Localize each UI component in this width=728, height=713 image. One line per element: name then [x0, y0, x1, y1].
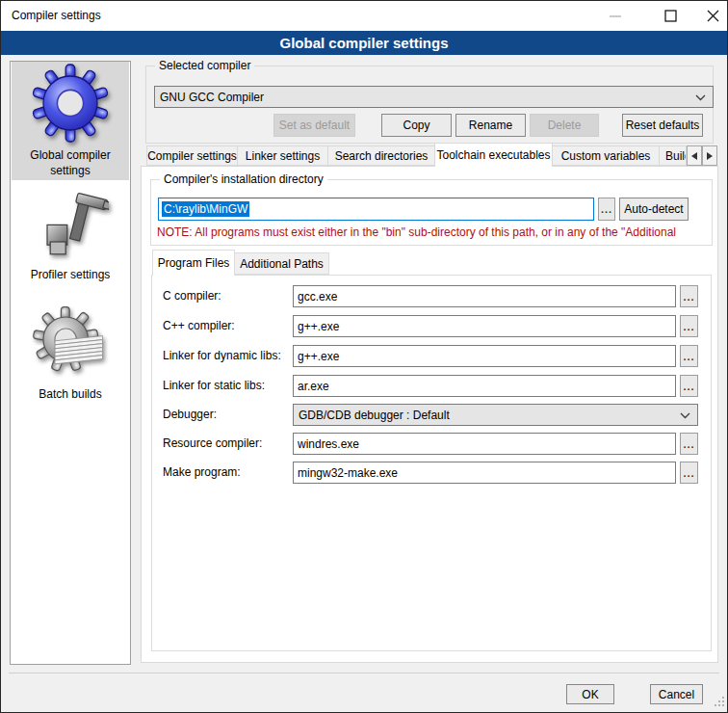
- debugger-select-value: GDB/CDB debugger : Default: [294, 409, 680, 422]
- field-label-static-linker: Linker for static libs:: [163, 379, 265, 392]
- static-linker-input[interactable]: [293, 375, 676, 397]
- tab-custom-variables[interactable]: Custom variables: [552, 145, 660, 166]
- titlebar[interactable]: Compiler settings: [1, 1, 727, 31]
- field-label-resource-compiler: Resource compiler:: [163, 436, 262, 450]
- note-text: NOTE: All programs must exist either in …: [157, 225, 712, 239]
- reset-defaults-button[interactable]: Reset defaults: [622, 114, 703, 137]
- tab-build[interactable]: Build: [659, 145, 687, 166]
- make-program-browse-button[interactable]: ...: [680, 462, 698, 484]
- c-compiler-input[interactable]: [293, 285, 676, 307]
- compiler-settings-dialog: Compiler settings Global compiler settin…: [0, 0, 728, 713]
- tab-linker-settings[interactable]: Linker settings: [237, 145, 328, 166]
- static-linker-browse-button[interactable]: ...: [680, 375, 698, 397]
- cpp-compiler-browse-button[interactable]: ...: [680, 315, 698, 337]
- field-label-dynamic-linker: Linker for dynamic libs:: [163, 349, 281, 362]
- page-title: Global compiler settings: [1, 31, 727, 55]
- subtab-additional-paths[interactable]: Additional Paths: [234, 252, 329, 275]
- field-label-debugger: Debugger:: [163, 408, 217, 421]
- dynamic-linker-input[interactable]: [293, 345, 676, 367]
- compiler-select-value: GNU GCC Compiler: [155, 91, 695, 104]
- gray-gear-stack-icon: [32, 304, 109, 383]
- resize-grip-icon[interactable]: [715, 696, 724, 709]
- sidebar-item-label: Global compiler settings: [12, 147, 129, 178]
- make-program-input[interactable]: [293, 462, 676, 484]
- maximize-icon: [664, 10, 677, 22]
- blue-gear-icon: [32, 64, 109, 143]
- close-button[interactable]: [690, 1, 728, 31]
- close-icon: [707, 10, 719, 22]
- tab-search-directories[interactable]: Search directories: [327, 145, 435, 166]
- minimize-icon: [610, 11, 621, 22]
- sidebar-item-label: Profiler settings: [12, 267, 129, 282]
- window-title: Compiler settings: [12, 1, 101, 31]
- installation-directory-value: C:\raylib\MinGW: [162, 201, 249, 217]
- sidebar-item-global-compiler-settings[interactable]: Global compiler settings: [12, 62, 129, 180]
- tab-toolchain-executables[interactable]: Toolchain executables: [434, 143, 553, 167]
- rename-button[interactable]: Rename: [455, 114, 526, 137]
- tab-scroll-right-button[interactable]: [702, 145, 717, 166]
- dynamic-linker-browse-button[interactable]: ...: [680, 345, 698, 367]
- delete-button[interactable]: Delete: [530, 114, 599, 137]
- tab-compiler-settings[interactable]: Compiler settings: [146, 145, 238, 166]
- field-label-make-program: Make program:: [163, 465, 241, 479]
- resource-compiler-input[interactable]: [293, 433, 676, 455]
- selected-compiler-group-label: Selected compiler: [155, 59, 254, 72]
- arrow-left-icon: [691, 152, 697, 160]
- tab-scroll-left-button[interactable]: [687, 145, 702, 166]
- sidebar-item-profiler-settings[interactable]: Profiler settings: [12, 185, 129, 285]
- sidebar-item-batch-builds[interactable]: Batch builds: [12, 303, 129, 403]
- maximize-button[interactable]: [648, 1, 692, 31]
- field-label-cpp-compiler: C++ compiler:: [163, 319, 235, 332]
- subtab-program-files[interactable]: Program Files: [152, 250, 235, 276]
- installation-directory-browse-button[interactable]: ...: [598, 198, 615, 221]
- ok-button[interactable]: OK: [566, 684, 614, 704]
- chevron-down-icon: [680, 409, 690, 422]
- resource-compiler-browse-button[interactable]: ...: [680, 433, 698, 455]
- chevron-down-icon: [695, 91, 706, 104]
- minimize-button[interactable]: [593, 1, 637, 31]
- cancel-button[interactable]: Cancel: [650, 684, 703, 704]
- arrow-right-icon: [707, 152, 713, 160]
- autodetect-button[interactable]: Auto-detect: [619, 198, 689, 221]
- c-compiler-browse-button[interactable]: ...: [680, 285, 698, 307]
- compiler-select[interactable]: GNU GCC Compiler: [154, 86, 714, 108]
- installation-directory-group-label: Compiler's installation directory: [160, 172, 327, 186]
- set-as-default-button[interactable]: Set as default: [273, 114, 355, 137]
- sidebar-item-label: Batch builds: [12, 386, 129, 402]
- installation-directory-input[interactable]: C:\raylib\MinGW: [158, 198, 594, 221]
- caliper-icon: [32, 187, 109, 266]
- field-label-c-compiler: C compiler:: [163, 289, 221, 303]
- cpp-compiler-input[interactable]: [293, 315, 676, 337]
- footer-divider: [9, 673, 719, 673]
- copy-button[interactable]: Copy: [381, 114, 452, 137]
- sidebar: Global compiler settings: [10, 61, 131, 665]
- debugger-select[interactable]: GDB/CDB debugger : Default: [293, 404, 698, 426]
